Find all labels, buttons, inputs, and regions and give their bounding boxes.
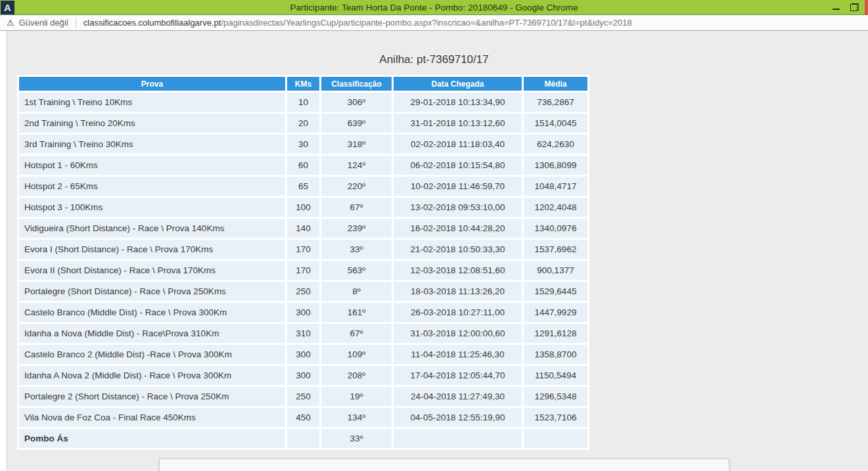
cell-data-chegada: 26-03-2018 10:27:11,00 — [394, 303, 522, 322]
cell-classificacao: 208º — [321, 366, 392, 385]
cell-data-chegada: 18-03-2018 11:13:26,20 — [394, 282, 522, 301]
cell-classificacao: 134º — [321, 408, 392, 427]
cell-kms: 20 — [287, 114, 319, 133]
cell-data-chegada: 12-03-2018 12:08:51,60 — [394, 261, 522, 280]
cell-kms: 300 — [287, 303, 319, 322]
cell-media: 1537,6962 — [524, 240, 587, 259]
cell-prova: 1st Training \ Treino 10Kms — [19, 93, 285, 112]
cell-data-chegada: 31-03-2018 12:00:00,60 — [394, 324, 522, 343]
cell-prova: Hotspot 1 - 60Kms — [19, 156, 285, 175]
cell-data-chegada: 17-04-2018 12:05:44,70 — [394, 366, 522, 385]
cell-kms: 250 — [287, 282, 319, 301]
table-body: 1st Training \ Treino 10Kms10306º29-01-2… — [19, 93, 587, 448]
cell-kms: 65 — [287, 177, 319, 196]
cell-data-chegada: 21-02-2018 10:50:33,30 — [394, 240, 522, 259]
cell-kms: 170 — [287, 240, 319, 259]
cell-prova: 3rd Training \ Treino 30Kms — [19, 135, 285, 154]
cell-classificacao: 8º — [321, 282, 392, 301]
header-prova: Prova — [19, 77, 285, 91]
table-row: Portalegre 2 (Short Distance) - Race \ P… — [19, 387, 587, 406]
url-text: classificacoes.columbofiliaalgarve.pt/pa… — [83, 18, 632, 28]
table-row: Hotspot 1 - 60Kms60124º06-02-2018 10:15:… — [19, 156, 587, 175]
site-favicon: A — [1, 1, 14, 14]
window-controls — [833, 3, 868, 11]
window-title: Participante: Team Horta Da Ponte - Pomb… — [0, 0, 868, 15]
left-page-margin — [0, 31, 7, 470]
cell-kms: 30 — [287, 135, 319, 154]
cell-classificacao: 109º — [321, 345, 392, 364]
cell-classificacao: 33º — [321, 240, 392, 259]
cell-media: 1291,6128 — [524, 324, 587, 343]
cell-prova: Hotspot 2 - 65Kms — [19, 177, 285, 196]
cell-kms: 100 — [287, 198, 319, 217]
table-row: Hotspot 3 - 100Kms10067º13-02-2018 09:53… — [19, 198, 587, 217]
table-row: Vila Nova de Foz Coa - Final Race 450Kms… — [19, 408, 587, 427]
table-header-row: Prova KMs Classificação Data Chegada Méd… — [19, 77, 587, 91]
url-domain: classificacoes.columbofiliaalgarve.pt — [83, 18, 221, 28]
cell-media: 1150,5494 — [524, 366, 587, 385]
cell-prova: Castelo Branco 2 (Middle Dist) -Race \ P… — [19, 345, 285, 364]
page-title: Anilha: pt-7369710/17 — [0, 31, 868, 66]
cell-media: 1447,9929 — [524, 303, 587, 322]
table-row: Idanha A Nova 2 (Middle Dist) - Race \ P… — [19, 366, 587, 385]
cell-prova: Pombo Ás — [19, 429, 285, 448]
cell-data-chegada: 10-02-2018 11:46:59,70 — [394, 177, 522, 196]
cell-classificacao: 124º — [321, 156, 392, 175]
cell-classificacao: 563º — [321, 261, 392, 280]
cell-classificacao: 639º — [321, 114, 392, 133]
table-row: 2nd Training \ Treino 20Kms20639º31-01-2… — [19, 114, 587, 133]
cell-kms: 300 — [287, 366, 319, 385]
urlbar-separator — [76, 18, 76, 28]
cell-kms: 310 — [287, 324, 319, 343]
cell-media: 1340,0976 — [524, 219, 587, 238]
minimize-icon[interactable] — [833, 9, 840, 10]
warning-icon: ⚠ — [7, 18, 14, 27]
cell-media: 1529,6445 — [524, 282, 587, 301]
security-chip[interactable]: Güvenli değil — [19, 18, 68, 28]
cell-prova: Idanha A Nova 2 (Middle Dist) - Race \ P… — [19, 366, 285, 385]
cell-media: 1048,4717 — [524, 177, 587, 196]
cell-data-chegada: 06-02-2018 10:15:54,80 — [394, 156, 522, 175]
cell-media — [524, 429, 587, 448]
cell-data-chegada: 24-04-2018 11:27:49,30 — [394, 387, 522, 406]
cell-prova: Evora II (Short Distance) - Race \ Prova… — [19, 261, 285, 280]
cell-prova: 2nd Training \ Treino 20Kms — [19, 114, 285, 133]
cell-media: 736,2867 — [524, 93, 587, 112]
table-footer-row: Pombo Ás 33º — [19, 429, 587, 448]
table-row: Evora II (Short Distance) - Race \ Prova… — [19, 261, 587, 280]
cell-data-chegada — [394, 429, 522, 448]
cell-data-chegada: 29-01-2018 10:13:34,90 — [394, 93, 522, 112]
cell-classificacao: 161º — [321, 303, 392, 322]
cell-classificacao: 19º — [321, 387, 392, 406]
cell-data-chegada: 31-01-2018 10:13:12,60 — [394, 114, 522, 133]
cell-prova: Hotspot 3 - 100Kms — [19, 198, 285, 217]
bottom-partial-panel — [159, 459, 729, 471]
cell-media: 1514,0045 — [524, 114, 587, 133]
cell-classificacao: 239º — [321, 219, 392, 238]
cell-classificacao: 67º — [321, 324, 392, 343]
cell-prova: Vila Nova de Foz Coa - Final Race 450Kms — [19, 408, 285, 427]
table-row: Portalegre (Short Distance) - Race \ Pro… — [19, 282, 587, 301]
cell-prova: Portalegre (Short Distance) - Race \ Pro… — [19, 282, 285, 301]
header-classificacao: Classificação — [321, 77, 392, 91]
cell-kms: 300 — [287, 345, 319, 364]
header-media: Média — [524, 77, 587, 91]
cell-prova: Idanha a Nova (Middle Dist) - Race\Prova… — [19, 324, 285, 343]
cell-classificacao: 33º — [321, 429, 392, 448]
restore-icon[interactable] — [850, 3, 859, 11]
url-path: /paginasdirectas/YearlingsCup/participan… — [221, 18, 631, 28]
cell-data-chegada: 13-02-2018 09:53:10,00 — [394, 198, 522, 217]
cell-classificacao: 67º — [321, 198, 392, 217]
table-row: Hotspot 2 - 65Kms65220º10-02-2018 11:46:… — [19, 177, 587, 196]
url-bar: ⚠ Güvenli değil classificacoes.columbofi… — [0, 15, 868, 31]
cell-kms: 250 — [287, 387, 319, 406]
table-row: Evora I (Short Distance) - Race \ Prova … — [19, 240, 587, 259]
cell-media: 900,1377 — [524, 261, 587, 280]
cell-data-chegada: 04-05-2018 12:55:19,90 — [394, 408, 522, 427]
window-titlebar: A Participante: Team Horta Da Ponte - Po… — [0, 0, 868, 15]
results-table: Prova KMs Classificação Data Chegada Méd… — [17, 75, 589, 450]
cell-data-chegada: 02-02-2018 11:18:03,40 — [394, 135, 522, 154]
cell-classificacao: 220º — [321, 177, 392, 196]
cell-media: 1202,4048 — [524, 198, 587, 217]
cell-prova: Portalegre 2 (Short Distance) - Race \ P… — [19, 387, 285, 406]
